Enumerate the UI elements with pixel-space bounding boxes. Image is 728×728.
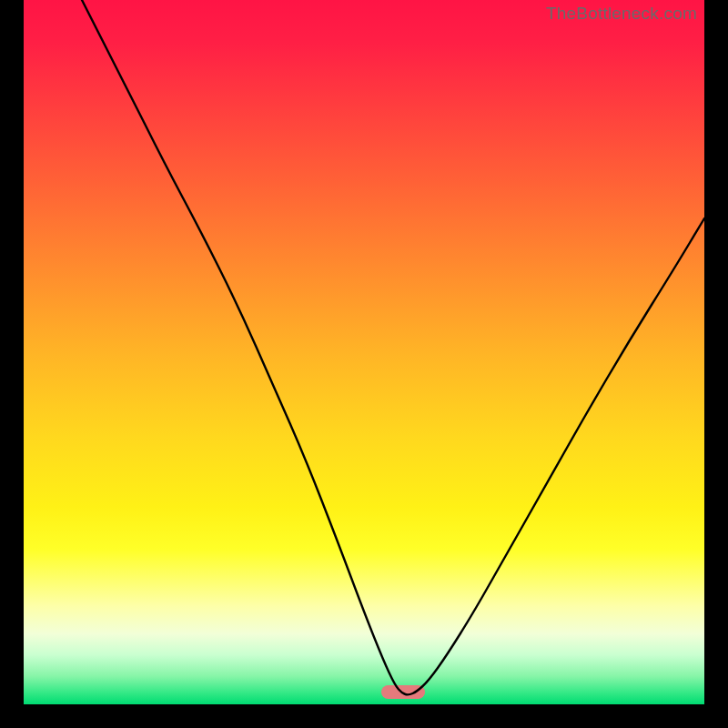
bottleneck-curve: [24, 0, 704, 704]
chart-plot-area: TheBottleneck.com: [24, 0, 704, 704]
watermark-text: TheBottleneck.com: [546, 4, 697, 24]
curve-path: [82, 0, 704, 694]
optimal-point-marker: [381, 685, 425, 699]
